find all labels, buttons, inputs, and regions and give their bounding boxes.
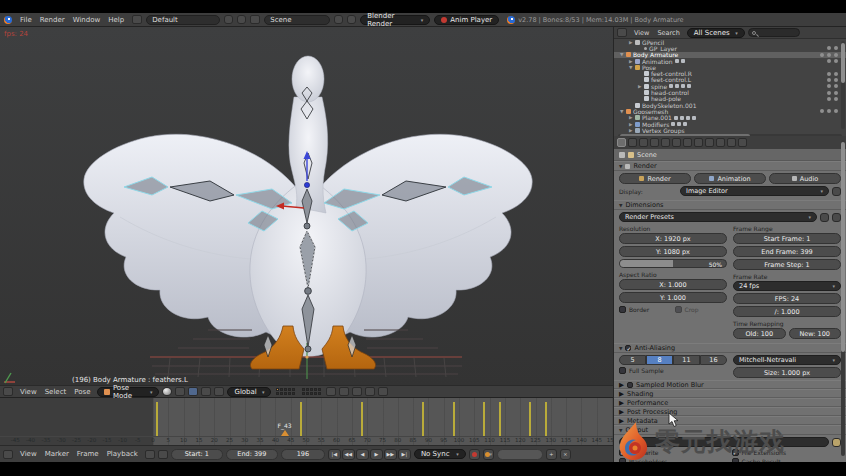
jump-to-end-button[interactable]: ▶| bbox=[398, 449, 411, 460]
properties-tab-scene[interactable] bbox=[639, 138, 648, 147]
sampled-motion-blur-panel-header[interactable]: ▶Sampled Motion Blur bbox=[614, 380, 846, 389]
mode-selector[interactable]: Pose Mode▾ bbox=[97, 387, 159, 397]
properties-tab-render[interactable] bbox=[617, 138, 626, 147]
pivot-point-icon[interactable] bbox=[175, 387, 185, 396]
preset-add-button[interactable] bbox=[820, 213, 829, 222]
render-button[interactable]: Render bbox=[619, 173, 691, 184]
aa-sample-5[interactable]: 5 bbox=[619, 355, 646, 365]
render-animation-button[interactable]: Animation bbox=[694, 173, 766, 184]
delete-keyframe-button[interactable]: × bbox=[560, 449, 571, 460]
jump-to-start-button[interactable]: |◀ bbox=[328, 449, 341, 460]
aa-filter-selector[interactable]: Mitchell-Netravali▾ bbox=[733, 355, 841, 365]
keyframe-line-113[interactable] bbox=[499, 402, 501, 436]
menu-view[interactable]: View bbox=[16, 450, 41, 458]
opengl-render-icon[interactable] bbox=[365, 387, 375, 396]
aspect-y-field[interactable]: Y: 1.000 bbox=[619, 292, 727, 303]
dimensions-panel-header[interactable]: ▼Dimensions bbox=[614, 200, 846, 210]
layers-widget[interactable] bbox=[276, 388, 295, 395]
orientation-selector[interactable]: Global▾ bbox=[227, 387, 271, 397]
outliner-vscrollbar[interactable] bbox=[841, 41, 845, 129]
layer-dot[interactable] bbox=[288, 388, 291, 391]
render-panel-header[interactable]: ▼Render bbox=[614, 161, 846, 171]
viewport-3d[interactable]: fps: 24 (196) Body Armature : feathers.L bbox=[0, 27, 613, 385]
restrict-toggles[interactable] bbox=[827, 78, 838, 82]
sync-mode-selector[interactable]: No Sync▾ bbox=[414, 449, 466, 459]
preview-range-icon[interactable] bbox=[145, 450, 155, 459]
start-frame-field[interactable]: Start: 1 bbox=[171, 449, 223, 460]
manipulator-scale-icon[interactable] bbox=[214, 387, 224, 396]
properties-tab-texture[interactable] bbox=[716, 138, 725, 147]
snap-element-icon[interactable] bbox=[352, 387, 362, 396]
remap-old-field[interactable]: Old: 100 bbox=[733, 328, 786, 339]
properties-tab-particles[interactable] bbox=[727, 138, 736, 147]
layer-dot[interactable] bbox=[310, 388, 313, 391]
layer-dot[interactable] bbox=[276, 392, 279, 395]
full-sample-checkbox[interactable]: Full Sample bbox=[619, 367, 727, 374]
layer-dot[interactable] bbox=[318, 388, 321, 391]
layer-dot[interactable] bbox=[306, 392, 309, 395]
properties-tab-constraints[interactable] bbox=[672, 138, 681, 147]
keyframe-line-88[interactable] bbox=[422, 402, 424, 436]
restrict-toggles[interactable] bbox=[827, 97, 838, 101]
screen-layout-icon[interactable] bbox=[132, 15, 142, 24]
menu-window[interactable]: Window bbox=[69, 16, 105, 24]
blender-logo-icon[interactable] bbox=[4, 16, 12, 24]
properties-tab-material[interactable] bbox=[705, 138, 714, 147]
properties-tab-world[interactable] bbox=[650, 138, 659, 147]
properties-tab-object[interactable] bbox=[661, 138, 670, 147]
layer-dot[interactable] bbox=[314, 388, 317, 391]
properties-tab-physics[interactable] bbox=[738, 138, 747, 147]
play-reverse-button[interactable]: ◀ bbox=[356, 449, 369, 460]
menu-help[interactable]: Help bbox=[104, 16, 128, 24]
layer-dot[interactable] bbox=[288, 392, 291, 395]
frame-step-field[interactable]: Frame Step: 1 bbox=[733, 259, 841, 270]
menu-frame[interactable]: Frame bbox=[73, 450, 103, 458]
aspect-x-field[interactable]: X: 1.000 bbox=[619, 279, 727, 290]
resolution-y-field[interactable]: Y: 1080 px bbox=[619, 246, 727, 257]
start-frame-prop-field[interactable]: Start Frame: 1 bbox=[733, 233, 841, 244]
viewport-shading-icon[interactable] bbox=[162, 387, 172, 396]
layer-dot[interactable] bbox=[302, 388, 305, 391]
border-checkbox[interactable]: Border bbox=[619, 306, 672, 313]
delete-layout-button[interactable] bbox=[237, 15, 246, 24]
layer-dot[interactable] bbox=[310, 392, 313, 395]
add-layout-button[interactable] bbox=[224, 15, 233, 24]
display-mode-selector[interactable]: Image Editor▾ bbox=[680, 186, 829, 196]
layer-dot[interactable] bbox=[276, 388, 279, 391]
keyframe-line-68[interactable] bbox=[361, 402, 363, 436]
autokey-mode-button[interactable]: ▾ bbox=[483, 449, 494, 460]
restrict-toggles[interactable] bbox=[827, 72, 838, 76]
restrict-toggles[interactable] bbox=[820, 53, 838, 57]
properties-tab-object-data[interactable] bbox=[694, 138, 703, 147]
menu-pose[interactable]: Pose bbox=[70, 388, 94, 396]
resolution-x-field[interactable]: X: 1920 px bbox=[619, 233, 727, 244]
lock-icon[interactable] bbox=[326, 387, 336, 396]
properties-tab-render-layers[interactable] bbox=[628, 138, 637, 147]
restrict-toggles[interactable] bbox=[827, 91, 838, 95]
resolution-percentage-slider[interactable]: 50% bbox=[619, 259, 727, 268]
display-extra-button[interactable] bbox=[832, 187, 841, 196]
layers-widget-2[interactable] bbox=[302, 388, 321, 395]
remap-new-field[interactable]: New: 100 bbox=[789, 328, 842, 339]
layer-dot[interactable] bbox=[318, 392, 321, 395]
menu-file[interactable]: File bbox=[16, 16, 36, 24]
properties-tab-modifiers[interactable] bbox=[683, 138, 692, 147]
next-keyframe-button[interactable]: ▶▶ bbox=[384, 449, 397, 460]
play-button[interactable]: ▶ bbox=[370, 449, 383, 460]
keyframe-line-128[interactable] bbox=[545, 402, 547, 436]
restrict-toggles[interactable] bbox=[820, 109, 838, 113]
render-audio-button[interactable]: Audio bbox=[769, 173, 841, 184]
layer-dot[interactable] bbox=[306, 388, 309, 391]
keying-set-field[interactable] bbox=[497, 449, 543, 460]
snap-magnet-icon[interactable] bbox=[339, 387, 349, 396]
menu-render[interactable]: Render bbox=[36, 16, 69, 24]
keyframe-line-123[interactable] bbox=[529, 402, 531, 436]
frame-lock-icon[interactable] bbox=[158, 450, 168, 459]
insert-keyframe-button[interactable]: + bbox=[546, 449, 557, 460]
fps-base-field[interactable]: /: 1.000 bbox=[733, 306, 841, 317]
menu-view[interactable]: View bbox=[16, 388, 41, 396]
menu-playback[interactable]: Playback bbox=[103, 450, 142, 458]
add-scene-button[interactable] bbox=[334, 15, 343, 24]
preset-remove-button[interactable] bbox=[832, 213, 841, 222]
antialiasing-checkbox[interactable]: ✓ bbox=[625, 345, 631, 351]
